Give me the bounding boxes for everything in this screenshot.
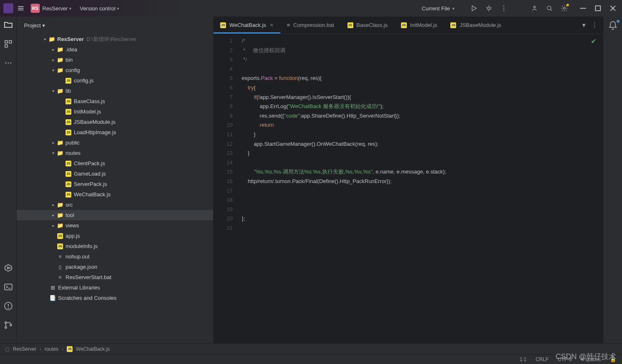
tree-row[interactable]: JSLoadHttpImage.js bbox=[17, 127, 213, 137]
tree-row[interactable]: JSJSBaseModule.js bbox=[17, 117, 213, 127]
tree-row[interactable]: ▾📁config bbox=[17, 65, 213, 75]
chevron-down-icon[interactable]: ▾ bbox=[69, 6, 71, 11]
tree-row[interactable]: ▸📁public bbox=[17, 137, 213, 148]
svg-line-17 bbox=[551, 10, 552, 11]
tree-row[interactable]: ▸📁bin bbox=[17, 55, 213, 65]
tree-label: config.js bbox=[74, 77, 94, 84]
inspection-ok-icon[interactable]: ✔ bbox=[591, 37, 596, 45]
maximize-button[interactable] bbox=[592, 2, 604, 14]
svg-point-36 bbox=[5, 322, 7, 323]
tree-row[interactable]: JSconfig.js bbox=[17, 75, 213, 86]
tree-path: D:\新情怀\ResServer bbox=[86, 36, 136, 43]
app-icon[interactable] bbox=[3, 3, 13, 13]
tree-row[interactable]: JSWeChatBack.js bbox=[17, 189, 213, 200]
chevron-down-icon: ▾ bbox=[42, 22, 45, 29]
code-with-me-icon[interactable] bbox=[531, 5, 538, 12]
main-menu-icon[interactable] bbox=[17, 4, 25, 12]
svg-point-13 bbox=[503, 8, 504, 9]
tree-row-root[interactable]: ▾📁ResServerD:\新情怀\ResServer bbox=[17, 34, 213, 44]
tree-row[interactable]: {}package.json bbox=[17, 262, 213, 272]
breadcrumb: ▢ ResServer › routes › JS WeChatBack.js bbox=[0, 343, 622, 354]
gutter: 123456789101112131415161718192021 bbox=[214, 34, 238, 343]
run-config-selector[interactable]: Current File▾ bbox=[422, 5, 463, 12]
status-position[interactable]: 1:1 bbox=[520, 357, 527, 362]
tree-row[interactable]: ≡ResServerStart.bat bbox=[17, 272, 213, 282]
status-encoding[interactable]: UTF-8 bbox=[558, 357, 572, 362]
more-horizontal-icon[interactable] bbox=[3, 58, 13, 68]
more-vertical-icon[interactable] bbox=[500, 5, 508, 12]
editor-tab[interactable]: JSJSBaseModule.js bbox=[444, 17, 508, 34]
tree-row-scratches[interactable]: 📑Scratches and Consoles bbox=[17, 293, 213, 303]
tree-label: .idea bbox=[66, 46, 77, 53]
git-tool-icon[interactable] bbox=[3, 320, 13, 330]
tree-row[interactable]: JSBaseClass.js bbox=[17, 96, 213, 106]
tree-label: JSBaseModule.js bbox=[74, 119, 115, 125]
tree-row[interactable]: JSapp.js bbox=[17, 231, 213, 241]
tree-label: package.json bbox=[66, 264, 97, 270]
svg-point-28 bbox=[10, 63, 11, 64]
tab-label: BaseClass.js bbox=[357, 22, 388, 28]
terminal-tool-icon[interactable] bbox=[3, 282, 13, 292]
tree-row[interactable]: ▸📁views bbox=[17, 220, 213, 231]
structure-tool-icon[interactable] bbox=[3, 39, 13, 49]
notifications-icon[interactable] bbox=[608, 21, 618, 31]
code-editor[interactable]: 123456789101112131415161718192021 /* * 微… bbox=[214, 34, 603, 343]
tree-row[interactable]: ≡nohup.out bbox=[17, 251, 213, 262]
breadcrumb-folder[interactable]: routes bbox=[45, 346, 58, 352]
chevron-down-icon[interactable]: ▾ bbox=[117, 6, 119, 11]
tree-row[interactable]: JSmoduleInfo.js bbox=[17, 241, 213, 251]
editor-tab[interactable]: JSBaseClass.js bbox=[341, 17, 394, 34]
svg-line-11 bbox=[491, 9, 491, 10]
tree-row[interactable]: JSGameLoad.js bbox=[17, 169, 213, 179]
tree-label: WeChatBack.js bbox=[74, 191, 111, 198]
titlebar: RS ResServer ▾ Version control ▾ Current… bbox=[0, 0, 622, 17]
breadcrumb-root[interactable]: ResServer bbox=[13, 346, 36, 352]
version-control-menu[interactable]: Version control bbox=[80, 5, 115, 12]
editor-tab[interactable]: ≡Compression.bat bbox=[280, 17, 341, 34]
tree-row[interactable]: ▾📁lib bbox=[17, 86, 213, 96]
tree-row-selected[interactable]: ▸📁tool bbox=[17, 210, 213, 220]
settings-icon[interactable] bbox=[561, 5, 568, 12]
tree-label: public bbox=[66, 140, 80, 146]
debug-icon[interactable] bbox=[485, 5, 493, 12]
services-tool-icon[interactable] bbox=[3, 263, 13, 273]
svg-point-18 bbox=[564, 7, 566, 10]
tree-row[interactable]: JSServerPack.js bbox=[17, 179, 213, 189]
js-file-icon: JS bbox=[401, 22, 407, 28]
more-vertical-icon[interactable]: ⋮ bbox=[591, 21, 598, 29]
project-panel-header[interactable]: Project ▾ bbox=[17, 17, 213, 34]
tab-label: JSBaseModule.js bbox=[459, 22, 501, 28]
project-name[interactable]: ResServer bbox=[42, 5, 68, 12]
tree-label: moduleInfo.js bbox=[66, 243, 97, 249]
svg-marker-4 bbox=[472, 6, 477, 11]
js-file-icon: JS bbox=[347, 22, 353, 28]
tree-row-external[interactable]: ⊞External Libraries bbox=[17, 282, 213, 293]
project-badge[interactable]: RS bbox=[31, 4, 40, 13]
tree-row[interactable]: ▾📁routes bbox=[17, 148, 213, 158]
tree-row[interactable]: JSClientPack.js bbox=[17, 158, 213, 169]
tree-row[interactable]: ▸📁src bbox=[17, 200, 213, 210]
project-tool-icon[interactable] bbox=[3, 20, 13, 30]
close-tab-icon[interactable]: ✕ bbox=[270, 22, 274, 28]
tree-row[interactable]: JSInitModel.js bbox=[17, 106, 213, 117]
status-line-ending[interactable]: CRLF bbox=[536, 357, 549, 362]
close-button[interactable] bbox=[607, 2, 619, 14]
svg-rect-0 bbox=[3, 3, 13, 13]
js-file-icon: JS bbox=[450, 22, 456, 28]
breadcrumb-file[interactable]: WeChatBack.js bbox=[76, 346, 110, 352]
editor-area: JSWeChatBack.js✕≡Compression.batJSBaseCl… bbox=[214, 17, 603, 343]
svg-point-5 bbox=[488, 7, 490, 10]
code-content[interactable]: /* * 微信授权回调 */ exports.Pack = function(r… bbox=[238, 34, 603, 343]
project-tree[interactable]: ▾📁ResServerD:\新情怀\ResServer ▸📁.idea ▸📁bi… bbox=[17, 34, 213, 343]
tree-row[interactable]: ▸📁.idea bbox=[17, 44, 213, 55]
problems-tool-icon[interactable] bbox=[3, 301, 13, 311]
svg-rect-24 bbox=[9, 41, 12, 43]
editor-tab[interactable]: JSWeChatBack.js✕ bbox=[214, 17, 280, 34]
status-indent[interactable]: 4 spaces bbox=[581, 357, 601, 362]
minimize-button[interactable] bbox=[577, 2, 589, 14]
readonly-lock-icon[interactable]: 🔒 bbox=[610, 357, 616, 362]
chevron-down-icon[interactable]: ▾ bbox=[582, 21, 586, 29]
search-icon[interactable] bbox=[546, 5, 553, 12]
editor-tab[interactable]: JSInitModel.js bbox=[394, 17, 444, 34]
run-icon[interactable] bbox=[470, 5, 478, 12]
